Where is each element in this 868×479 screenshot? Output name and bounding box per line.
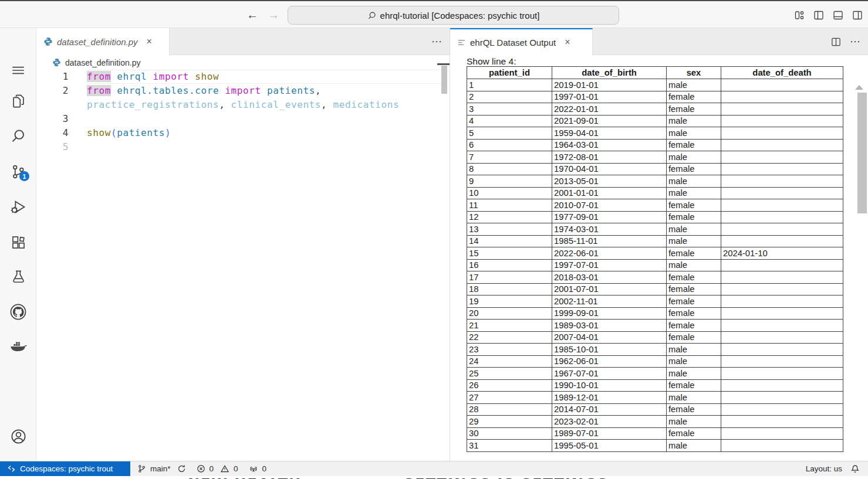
table-row: 161997-07-01male xyxy=(467,259,843,271)
toggle-secondary-sidebar-icon[interactable] xyxy=(852,9,863,21)
table-cell: 17 xyxy=(467,271,552,284)
table-cell: male xyxy=(667,368,721,380)
table-cell xyxy=(721,211,843,223)
editor-actions-more-icon[interactable]: ⋯ xyxy=(431,35,443,48)
line-number: 3 xyxy=(36,112,69,126)
table-cell: male xyxy=(667,175,721,188)
code-line[interactable]: 3 xyxy=(36,112,450,126)
ports-count: 0 xyxy=(262,464,267,473)
remote-indicator[interactable]: Codespaces: psychic trout xyxy=(0,461,130,477)
table-cell: 19 xyxy=(467,295,552,308)
clipped-background-page: NEW HEALTH SETTINGS IS SETTINGS xyxy=(0,476,868,479)
breadcrumb-file[interactable]: dataset_definition.py xyxy=(65,58,140,67)
table-cell: female xyxy=(667,283,721,295)
table-cell: 8 xyxy=(467,163,552,175)
table-cell: 1997-01-01 xyxy=(552,91,667,103)
menu-icon[interactable] xyxy=(0,59,36,82)
code-text xyxy=(87,140,450,154)
table-cell: 21 xyxy=(467,320,552,332)
output-scrollbar[interactable] xyxy=(857,93,867,213)
line-number: 1 xyxy=(36,70,69,84)
docker-icon[interactable] xyxy=(0,335,36,359)
table-cell xyxy=(721,331,843,344)
history-back-icon[interactable]: ← xyxy=(246,8,258,21)
tab-bar-editor: dataset_definition.py × ⋯ xyxy=(36,28,450,55)
table-cell: 1962-06-01 xyxy=(552,355,667,368)
table-cell: male xyxy=(667,151,721,164)
explorer-files-icon[interactable] xyxy=(0,89,36,113)
table-cell: female xyxy=(667,331,721,344)
problems-status-item[interactable]: 0 0 xyxy=(197,464,238,473)
tab-label: ehrQL Dataset Output xyxy=(470,38,556,47)
table-cell: 20 xyxy=(467,307,552,320)
source-control-icon[interactable]: 1 xyxy=(0,160,36,184)
output-actions-more-icon[interactable]: ⋯ xyxy=(850,35,861,48)
code-line[interactable]: 1from ehrql import show xyxy=(36,70,450,84)
split-editor-icon[interactable] xyxy=(830,36,842,47)
ports-status-item[interactable]: 0 xyxy=(249,464,267,473)
code-line[interactable]: 4show(patients) xyxy=(36,126,450,140)
table-cell: 1974-03-01 xyxy=(552,223,667,236)
table-row: 131974-03-01male xyxy=(467,223,843,236)
history-forward-icon[interactable]: → xyxy=(268,8,279,21)
table-cell: 2007-04-01 xyxy=(552,331,667,344)
table-cell: female xyxy=(667,163,721,175)
extensions-icon[interactable] xyxy=(0,230,36,254)
toggle-panel-icon[interactable] xyxy=(832,9,844,21)
code-text: from ehrql.tables.core import patients, xyxy=(87,84,450,98)
table-cell: 2001-07-01 xyxy=(552,283,667,295)
output-heading: Show line 4: xyxy=(467,56,868,66)
breadcrumb[interactable]: dataset_definition.py xyxy=(36,55,450,70)
remote-icon xyxy=(7,464,16,473)
scm-badge: 1 xyxy=(19,171,29,181)
scroll-up-arrow-icon[interactable] xyxy=(855,85,863,90)
table-cell: 1989-07-01 xyxy=(552,427,667,440)
code-line[interactable]: practice_registrations, clinical_events,… xyxy=(36,98,450,112)
column-header: sex xyxy=(667,67,721,79)
table-cell xyxy=(721,440,843,452)
editor-scroll-cap xyxy=(437,63,450,65)
table-cell: 2010-07-01 xyxy=(552,199,667,212)
run-debug-icon[interactable] xyxy=(0,195,36,219)
table-row: 141985-11-01male xyxy=(467,235,843,247)
command-center-search[interactable]: ehrql-tutorial [Codespaces: psychic trou… xyxy=(288,6,619,25)
table-row: 42021-09-01male xyxy=(467,115,843,127)
editor-scrollbar[interactable] xyxy=(441,66,447,94)
code-line[interactable]: 5 xyxy=(36,140,450,154)
tab-ehrql-dataset-output[interactable]: ehrQL Dataset Output × xyxy=(450,28,593,55)
bell-icon[interactable] xyxy=(850,464,860,474)
github-icon[interactable] xyxy=(0,300,36,324)
table-cell: female xyxy=(667,295,721,308)
table-cell: 1967-07-01 xyxy=(552,368,667,380)
close-tab-icon[interactable]: × xyxy=(565,38,570,47)
tab-dataset-definition[interactable]: dataset_definition.py × xyxy=(36,28,170,55)
table-cell xyxy=(721,151,843,164)
account-icon[interactable] xyxy=(0,424,36,448)
testing-beaker-icon[interactable] xyxy=(0,265,36,288)
search-activity-icon[interactable] xyxy=(0,124,36,148)
table-cell: female xyxy=(667,307,721,320)
table-cell: 2019-01-01 xyxy=(552,79,667,91)
code-editor[interactable]: 1from ehrql import show2from ehrql.table… xyxy=(36,70,450,461)
column-header: date_of_death xyxy=(721,67,843,79)
table-cell: male xyxy=(667,344,721,356)
code-line[interactable]: 2from ehrql.tables.core import patients, xyxy=(36,84,450,98)
customize-layout-icon[interactable] xyxy=(793,9,805,21)
code-text xyxy=(87,112,450,126)
layout-status-item[interactable]: Layout: us xyxy=(806,464,842,473)
branch-status-item[interactable]: main* xyxy=(137,464,186,473)
clipped-text-right: SETTINGS IS SETTINGS xyxy=(404,476,609,479)
table-cell xyxy=(721,392,843,404)
table-cell: female xyxy=(667,320,721,332)
table-row: 301989-07-01female xyxy=(467,427,843,440)
table-row: 92013-05-01male xyxy=(467,175,843,188)
table-cell: 14 xyxy=(467,235,552,247)
table-row: 81970-04-01female xyxy=(467,163,843,175)
close-tab-icon[interactable]: × xyxy=(147,37,152,46)
table-cell: female xyxy=(667,247,721,260)
table-cell xyxy=(721,187,843,199)
table-cell xyxy=(721,199,843,212)
warnings-icon xyxy=(220,464,229,473)
toggle-primary-sidebar-icon[interactable] xyxy=(813,9,825,21)
table-cell: male xyxy=(667,127,721,140)
